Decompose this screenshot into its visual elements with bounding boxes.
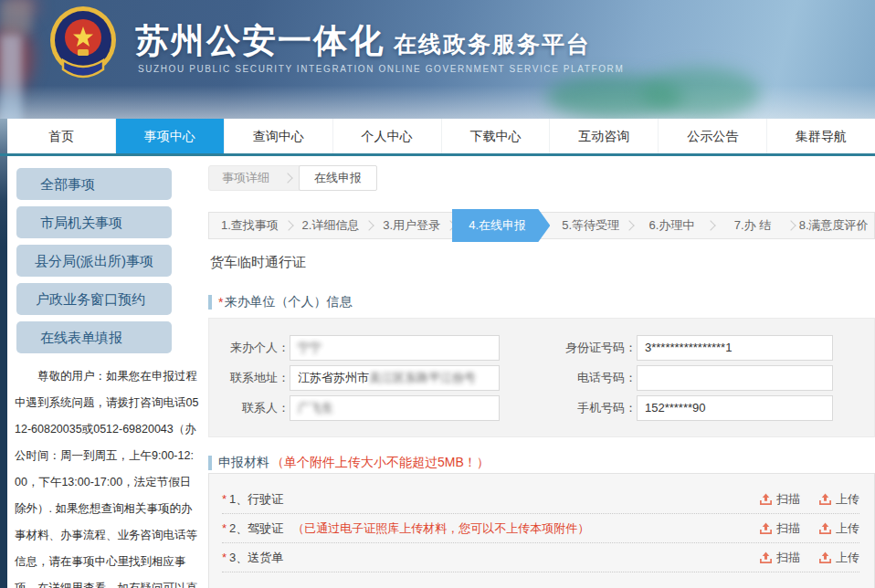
required-asterisk: * bbox=[222, 521, 227, 535]
applicant-name-field[interactable]: 宁宁 bbox=[290, 335, 500, 361]
required-asterisk: * bbox=[222, 551, 227, 564]
sidebar-item-county-branch-matters[interactable]: 县分局(派出所)事项 bbox=[16, 245, 172, 277]
form-row: 联系地址： 江苏省苏州市吴江区东路平江份号 电话号码： bbox=[209, 362, 874, 393]
upload-label: 上传 bbox=[836, 550, 859, 566]
site-title-english: SUZHOU PUBLIC SECURITY INTEGRATION ONLIN… bbox=[138, 64, 624, 74]
chevron-right-icon bbox=[282, 173, 292, 183]
step-label: 6.办理中 bbox=[648, 218, 694, 232]
upload-icon bbox=[818, 492, 832, 506]
step-1-find-matter: 1.查找事项 bbox=[209, 213, 290, 238]
applicant-section-header: * 来办单位（个人）信息 bbox=[208, 294, 352, 310]
masked-value: 吴江区东路平江份号 bbox=[369, 371, 476, 384]
material-label: 3、送货单 bbox=[229, 550, 283, 566]
police-badge-icon bbox=[47, 5, 119, 88]
step-label: 1.查找事项 bbox=[221, 218, 279, 232]
step-8-satisfaction-rating: 8.满意度评价 bbox=[793, 213, 874, 238]
upload-button[interactable]: 上传 bbox=[818, 491, 859, 508]
applicant-section-title: 来办单位（个人）信息 bbox=[224, 294, 352, 310]
address-clear-part: 江苏省苏州市 bbox=[298, 371, 369, 384]
site-title: 苏州公安一体化在线政务服务平台 bbox=[135, 18, 591, 64]
material-row-driver-license: * 2、驾驶证 （已通过电子证照库上传材料，您可以不上传本项附件） 扫描 上传 bbox=[222, 514, 859, 543]
nav-item-interactive-consult[interactable]: 互动咨询 bbox=[550, 119, 659, 153]
material-label: 2、驾驶证 bbox=[229, 520, 283, 537]
sidebar-item-all-matters[interactable]: 全部事项 bbox=[16, 168, 172, 200]
step-label: 7.办 结 bbox=[734, 218, 771, 232]
site-header: 苏州公安一体化在线政务服务平台 SUZHOU PUBLIC SECURITY I… bbox=[0, 0, 875, 119]
nav-item-download-center[interactable]: 下载中心 bbox=[442, 119, 551, 153]
nav-item-home[interactable]: 首页 bbox=[7, 119, 116, 153]
nav-item-cluster-nav[interactable]: 集群导航 bbox=[767, 119, 875, 153]
page-left-edge bbox=[0, 119, 7, 588]
contact-person-label: 联系人： bbox=[209, 400, 290, 416]
site-title-main: 苏州公安一体化 bbox=[135, 22, 385, 59]
step-label: 4.在线申报 bbox=[469, 218, 526, 232]
site-title-sub: 在线政务服务平台 bbox=[394, 31, 591, 57]
material-actions: 扫描 上传 bbox=[759, 550, 859, 566]
progress-steps: 1.查找事项 2.详细信息 3.用户登录 4.在线申报 5.等待受理 6.办理中… bbox=[208, 212, 875, 239]
required-asterisk: * bbox=[222, 492, 227, 506]
photo-trees bbox=[641, 68, 760, 118]
contact-person-field[interactable]: 广飞生 bbox=[290, 395, 500, 421]
scan-button[interactable]: 扫描 bbox=[759, 520, 800, 537]
telephone-label: 电话号码： bbox=[500, 370, 637, 386]
photo-pagoda bbox=[0, 0, 31, 35]
step-label: 5.等待受理 bbox=[562, 218, 619, 232]
breadcrumb-item-online-apply[interactable]: 在线申报 bbox=[299, 165, 377, 191]
telephone-field[interactable] bbox=[637, 365, 833, 391]
scan-button[interactable]: 扫描 bbox=[759, 491, 800, 508]
required-asterisk: * bbox=[218, 295, 223, 310]
nav-underline bbox=[0, 153, 875, 156]
upload-button[interactable]: 上传 bbox=[818, 520, 859, 537]
form-row: 来办个人： 宁宁 身份证号码： 3****************1 bbox=[209, 332, 874, 362]
contact-address-label: 联系地址： bbox=[209, 370, 290, 386]
id-number-value: 3****************1 bbox=[645, 341, 732, 354]
sidebar-item-city-bureau-matters[interactable]: 市局机关事项 bbox=[16, 206, 172, 238]
mobile-value: 152******90 bbox=[645, 401, 706, 415]
step-label: 2.详细信息 bbox=[302, 218, 360, 232]
material-row-delivery-note: * 3、送货单 扫描 上传 bbox=[222, 543, 859, 572]
nav-item-personal-center[interactable]: 个人中心 bbox=[333, 119, 442, 153]
material-row-driving-license: * 1、行驶证 扫描 上传 bbox=[222, 485, 859, 514]
scan-label: 扫描 bbox=[776, 491, 800, 508]
step-7-concluded: 7.办 结 bbox=[712, 213, 794, 238]
main-nav: 首页 事项中心 查询中心 个人中心 下载中心 互动咨询 公示公告 集群导航 bbox=[7, 119, 875, 153]
step-5-await-acceptance: 5.等待受理 bbox=[550, 213, 631, 238]
nav-item-announcements[interactable]: 公示公告 bbox=[659, 119, 767, 153]
material-actions: 扫描 上传 bbox=[759, 520, 859, 537]
applicant-form: 来办个人： 宁宁 身份证号码： 3****************1 联系地址：… bbox=[208, 318, 875, 437]
step-6-processing: 6.办理中 bbox=[631, 213, 712, 238]
masked-value: 宁宁 bbox=[298, 341, 322, 354]
step-3-user-login: 3.用户登录 bbox=[371, 213, 452, 238]
scan-button[interactable]: 扫描 bbox=[759, 550, 800, 566]
scan-label: 扫描 bbox=[776, 550, 800, 566]
section-marker-bar bbox=[208, 456, 212, 470]
upload-icon bbox=[759, 521, 773, 535]
sidebar-item-online-form-fill[interactable]: 在线表单填报 bbox=[16, 321, 172, 353]
sidebar-item-household-window-appointment[interactable]: 户政业务窗口预约 bbox=[16, 283, 172, 315]
step-2-detail-info: 2.详细信息 bbox=[290, 213, 372, 238]
upload-label: 上传 bbox=[836, 491, 859, 508]
nav-item-matters-center[interactable]: 事项中心 bbox=[116, 119, 225, 153]
id-number-field[interactable]: 3****************1 bbox=[637, 335, 833, 361]
contact-address-field[interactable]: 江苏省苏州市吴江区东路平江份号 bbox=[290, 365, 500, 391]
upload-button[interactable]: 上传 bbox=[818, 550, 859, 566]
upload-icon bbox=[818, 551, 832, 564]
material-label: 1、行驶证 bbox=[229, 491, 283, 508]
materials-list: * 1、行驶证 扫描 上传 * 2、驾驶证 （已通过电子证照库上传材料，您可以不… bbox=[208, 473, 875, 588]
materials-section-title: 申报材料 bbox=[218, 455, 269, 471]
scan-label: 扫描 bbox=[776, 520, 800, 537]
nav-item-query-center[interactable]: 查询中心 bbox=[225, 119, 333, 153]
main-content: 事项详细 在线申报 1.查找事项 2.详细信息 3.用户登录 4.在线申报 5.… bbox=[208, 165, 875, 588]
material-note: （已通过电子证照库上传材料，您可以不上传本项附件） bbox=[292, 520, 589, 537]
sidebar-help-notice: 尊敬的用户：如果您在申报过程中遇到系统问题，请拨打咨询电话0512-608200… bbox=[15, 363, 199, 588]
materials-size-limit-note: （单个附件上传大小不能超过5MB！） bbox=[271, 455, 490, 471]
form-row: 联系人： 广飞生 手机号码： 152******90 bbox=[209, 393, 874, 423]
upload-icon bbox=[759, 551, 773, 564]
photo-building bbox=[0, 35, 22, 119]
mobile-label: 手机号码： bbox=[500, 400, 637, 416]
section-marker-bar bbox=[208, 295, 212, 310]
breadcrumb-item-detail[interactable]: 事项详细 bbox=[209, 166, 282, 190]
upload-icon bbox=[818, 521, 832, 535]
applicant-name-label: 来办个人： bbox=[209, 340, 290, 356]
mobile-field[interactable]: 152******90 bbox=[637, 395, 833, 421]
